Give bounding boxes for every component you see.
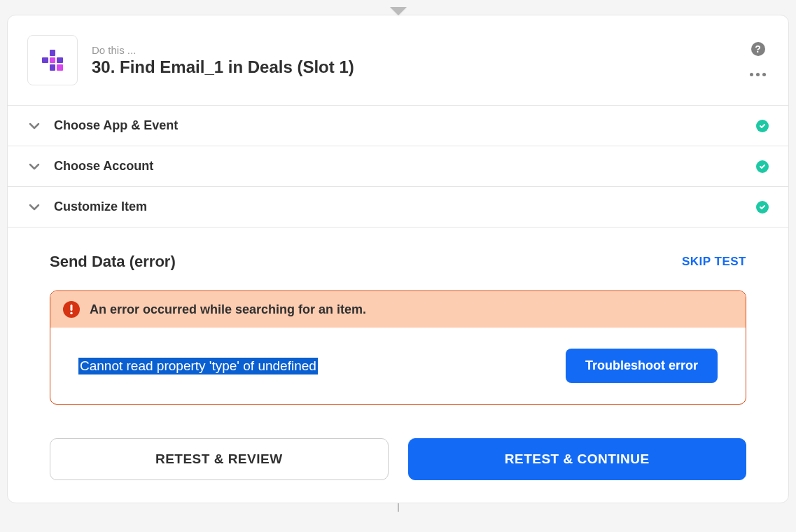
error-box: An error occurred while searching for an… xyxy=(50,290,746,405)
app-icon xyxy=(27,35,78,85)
troubleshoot-button[interactable]: Troubleshoot error xyxy=(566,349,718,383)
chevron-down-icon xyxy=(27,160,41,174)
svg-rect-1 xyxy=(71,304,73,311)
step-header: Do this ... 30. Find Email_1 in Deals (S… xyxy=(8,15,788,106)
skip-test-link[interactable]: SKIP TEST xyxy=(682,255,746,269)
step-card: Do this ... 30. Find Email_1 in Deals (S… xyxy=(7,15,789,503)
step-title: 30. Find Email_1 in Deals (Slot 1) xyxy=(92,57,733,77)
section-customize-item[interactable]: Customize Item xyxy=(8,187,788,227)
help-icon[interactable]: ? xyxy=(751,42,765,56)
send-data-title: Send Data (error) xyxy=(50,253,176,271)
chevron-down-icon xyxy=(27,200,41,214)
svg-marker-0 xyxy=(390,7,407,15)
check-icon xyxy=(756,120,769,132)
error-title: An error occurred while searching for an… xyxy=(90,302,366,317)
check-icon xyxy=(756,201,769,214)
error-header: An error occurred while searching for an… xyxy=(50,291,746,328)
chevron-down-icon xyxy=(27,119,41,133)
section-label: Choose App & Event xyxy=(54,118,756,133)
section-choose-app-event[interactable]: Choose App & Event xyxy=(8,106,788,146)
flow-connector-bottom xyxy=(7,503,789,512)
more-menu-icon[interactable] xyxy=(747,70,769,79)
error-icon xyxy=(63,301,80,318)
error-message: Cannot read property 'type' of undefined xyxy=(78,358,318,374)
retest-review-button[interactable]: RETEST & REVIEW xyxy=(50,438,389,480)
section-label: Choose Account xyxy=(54,159,756,174)
section-label: Customize Item xyxy=(54,200,756,214)
retest-continue-button[interactable]: RETEST & CONTINUE xyxy=(408,438,747,480)
section-choose-account[interactable]: Choose Account xyxy=(8,146,788,187)
step-subtitle: Do this ... xyxy=(92,44,733,56)
check-icon xyxy=(756,160,769,173)
send-data-section: Send Data (error) SKIP TEST An error occ… xyxy=(8,227,788,503)
svg-point-2 xyxy=(70,312,72,314)
